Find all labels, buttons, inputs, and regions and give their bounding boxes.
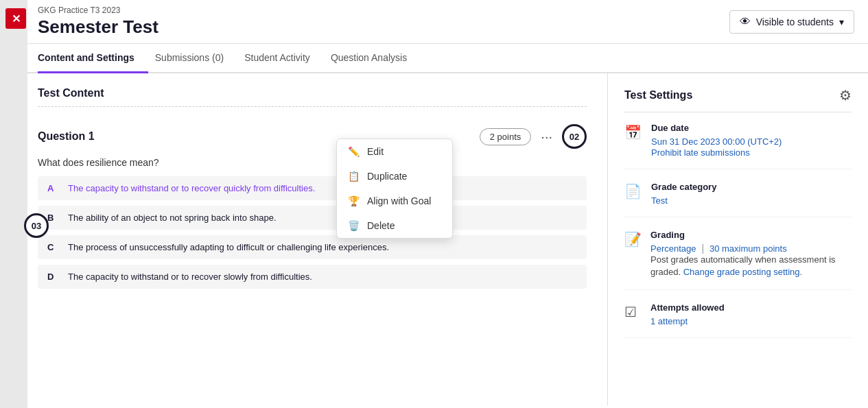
gear-button[interactable]: ⚙ — [839, 87, 852, 104]
attempts-content: Attempts allowed 1 attempt — [650, 302, 725, 326]
question-block: Question 1 2 points ··· 02 03 What does … — [38, 117, 587, 289]
option-label-c: C — [47, 242, 61, 252]
attempts-label: Attempts allowed — [650, 302, 725, 313]
due-date-label: Due date — [651, 123, 782, 133]
answer-option-a: A The capacity to withstand or to recove… — [38, 176, 587, 200]
tab-content-settings[interactable]: Content and Settings — [38, 44, 148, 73]
attempts-link[interactable]: 1 attempt — [650, 316, 688, 326]
question-text: What does resilience mean? — [38, 157, 587, 168]
dropdown-delete[interactable]: 🗑️ Delete — [337, 213, 452, 238]
dropdown-align-goal[interactable]: 🏆 Align with Goal — [337, 189, 452, 213]
close-button[interactable]: ✕ — [5, 8, 26, 29]
step-badge-03: 03 — [24, 213, 49, 238]
option-label-d: D — [47, 272, 61, 282]
dropdown-align-label: Align with Goal — [367, 195, 431, 206]
right-panel: Test Settings ⚙ 📅 Due date Sun 31 Dec 20… — [607, 73, 868, 406]
answer-option-c: C The process of unsuccessfully adapting… — [38, 235, 587, 259]
dropdown-duplicate[interactable]: 📋 Duplicate — [337, 164, 452, 189]
due-date-link[interactable]: Sun 31 Dec 2023 00:00 (UTC+2) — [651, 136, 782, 147]
due-date-content: Due date Sun 31 Dec 2023 00:00 (UTC+2) P… — [651, 123, 782, 158]
grade-category-content: Grade category Test — [651, 182, 716, 206]
edit-icon: ✏️ — [348, 146, 360, 157]
prohibit-late-link[interactable]: Prohibit late submissions — [651, 147, 750, 158]
option-text-d: The capacity to withstand or to recover … — [68, 272, 312, 282]
dropdown-duplicate-label: Duplicate — [367, 171, 407, 182]
question-controls: 2 points ··· 02 — [480, 124, 587, 149]
more-options-button[interactable]: ··· — [538, 128, 555, 146]
grading-label: Grading — [650, 230, 852, 240]
tab-student-activity[interactable]: Student Activity — [244, 44, 324, 73]
grade-category-icon: 📄 — [624, 183, 642, 206]
points-badge: 2 points — [480, 128, 532, 145]
settings-title: Test Settings — [624, 89, 692, 101]
page-title: Semester Test — [38, 16, 159, 38]
left-sidebar — [0, 0, 27, 408]
option-text-c: The process of unsuccessfully adapting t… — [68, 242, 389, 252]
change-grade-posting-link[interactable]: Change grade posting setting. — [683, 267, 802, 277]
eye-icon: 👁 — [740, 16, 751, 28]
chevron-down-icon: ▾ — [839, 16, 844, 27]
option-label-b: B — [47, 213, 61, 223]
top-bar: GKG Practice T3 2023 Semester Test 👁 Vis… — [0, 0, 868, 44]
percentage-link[interactable]: Percentage — [650, 243, 696, 254]
tab-submissions[interactable]: Submissions (0) — [155, 44, 237, 73]
visible-to-students-button[interactable]: 👁 Visible to students ▾ — [729, 10, 854, 34]
visible-label: Visible to students — [756, 16, 834, 27]
attempts-icon: ☑ — [624, 304, 641, 326]
duplicate-icon: 📋 — [348, 171, 360, 182]
answer-option-b: B The ability of an object to not spring… — [38, 206, 587, 230]
tabs-bar: Content and Settings Submissions (0) Stu… — [0, 44, 868, 73]
breadcrumb: GKG Practice T3 2023 — [38, 5, 159, 15]
question-number-badge: 02 — [562, 124, 587, 149]
option-text-b: The ability of an object to not spring b… — [68, 213, 277, 223]
grade-category-row: 📄 Grade category Test — [624, 182, 852, 217]
delete-icon: 🗑️ — [348, 220, 360, 231]
question-title: Question 1 — [38, 130, 95, 143]
dropdown-delete-label: Delete — [367, 220, 395, 231]
due-date-row: 📅 Due date Sun 31 Dec 2023 00:00 (UTC+2)… — [624, 123, 852, 169]
attempts-row: ☑ Attempts allowed 1 attempt — [624, 302, 852, 338]
question-content: 03 What does resilience mean? A The capa… — [38, 157, 587, 289]
calendar-icon: 📅 — [624, 124, 642, 158]
grading-content: Grading Percentage | 30 maximum points P… — [650, 230, 852, 278]
tab-question-analysis[interactable]: Question Analysis — [331, 44, 421, 73]
breadcrumb-title: GKG Practice T3 2023 Semester Test — [38, 5, 159, 38]
settings-header: Test Settings ⚙ — [624, 87, 852, 112]
max-points-link[interactable]: 30 maximum points — [709, 243, 787, 254]
answer-option-d: D The capacity to withstand or to recove… — [38, 265, 587, 289]
dropdown-edit-label: Edit — [367, 146, 384, 157]
grade-category-label: Grade category — [651, 182, 716, 192]
dropdown-edit[interactable]: ✏️ Edit — [337, 139, 452, 164]
grade-category-link[interactable]: Test — [651, 195, 668, 206]
option-label-a: A — [47, 183, 61, 193]
question-header: Question 1 2 points ··· 02 — [38, 124, 587, 149]
grading-text: Post grades automatically when assessmen… — [650, 254, 852, 278]
left-panel: Test Content Question 1 2 points ··· 02 … — [0, 73, 607, 406]
align-goal-icon: 🏆 — [348, 195, 360, 206]
grading-row: 📝 Grading Percentage | 30 maximum points… — [624, 230, 852, 290]
option-text-a: The capacity to withstand or to recover … — [68, 183, 315, 193]
main-content: Test Content Question 1 2 points ··· 02 … — [0, 73, 868, 406]
section-title: Test Content — [38, 87, 587, 107]
dropdown-menu: ✏️ Edit 📋 Duplicate 🏆 Align with Goal 🗑️… — [336, 139, 453, 239]
grading-icon: 📝 — [624, 231, 641, 278]
